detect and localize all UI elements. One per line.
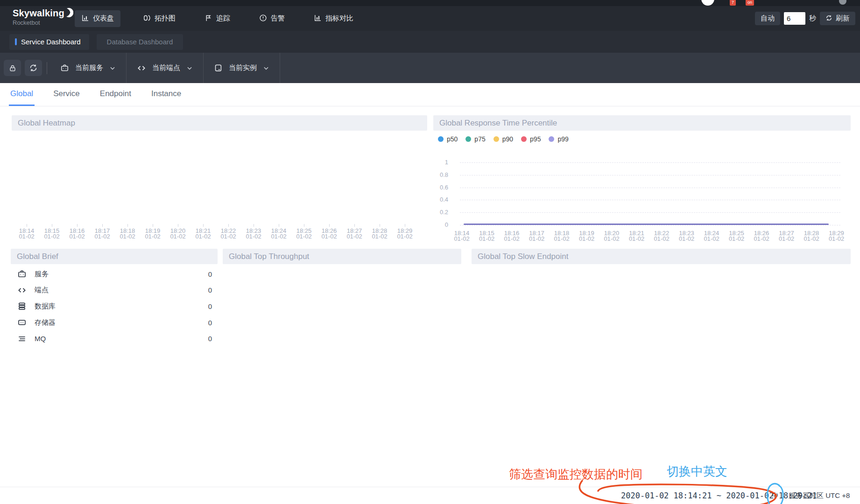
tab-service[interactable]: Service — [52, 83, 81, 106]
slow-endpoint-panel-title: Global Top Slow Endpoint — [472, 249, 851, 264]
refresh-interval-input[interactable] — [784, 12, 805, 25]
nav-item-topology[interactable]: 拓扑图 — [136, 10, 182, 27]
trace-flag-icon — [204, 14, 212, 23]
legend-dot — [465, 136, 471, 142]
y-axis-label: 0.4 — [434, 196, 448, 203]
gridline — [460, 162, 840, 163]
chevron-down-icon — [263, 65, 269, 71]
y-axis-label: 0.2 — [434, 209, 448, 216]
language-toggle[interactable]: 中 — [772, 491, 779, 500]
reload-icon — [29, 63, 38, 72]
brief-label: 服务 — [35, 270, 49, 279]
toolbar-divider — [47, 62, 47, 74]
tab-database-dashboard[interactable]: Database Dashboard — [97, 34, 183, 50]
nav-item-label: 告警 — [271, 14, 285, 23]
browser-avatar[interactable] — [701, 0, 714, 6]
footer-bar: 2020-01-02 18:14:21 ~ 2020-01-02 18:29:2… — [0, 487, 860, 504]
nav-item-label: 指标对比 — [325, 14, 353, 23]
brief-panel-title: Global Brief — [11, 249, 218, 264]
legend-item-p50[interactable]: p50 — [438, 135, 458, 143]
tab-global[interactable]: Global — [9, 83, 35, 106]
legend-item-p95[interactable]: p95 — [521, 135, 541, 143]
legend-dot — [549, 136, 554, 142]
x-axis-label: 18:1901-02 — [574, 231, 599, 242]
storage-card-icon — [17, 318, 27, 327]
tab-instance[interactable]: Instance — [150, 83, 183, 106]
top-navbar: Skywalking Rocketbot 仪表盘 拓扑图 追踪 告警 指 — [0, 6, 860, 31]
legend-item-p99[interactable]: p99 — [549, 135, 568, 143]
x-axis-label: 18:1701-02 — [524, 231, 550, 242]
x-axis-label: 18:1501-02 — [474, 231, 500, 242]
tab-endpoint[interactable]: Endpoint — [99, 83, 133, 106]
x-axis-label: 18:1401-02 — [449, 231, 474, 242]
chevron-down-icon — [109, 65, 116, 71]
browser-menu-icon[interactable] — [839, 0, 846, 5]
main-nav: 仪表盘 拓扑图 追踪 告警 指标对比 — [75, 6, 360, 31]
brief-value: 0 — [208, 270, 212, 278]
legend-item-p75[interactable]: p75 — [465, 135, 485, 143]
endpoint-code-icon — [137, 63, 146, 73]
browser-chrome-strip: 7 on — [0, 0, 860, 6]
global-brief-list: 服务 0 端点 0 数据库 0 存储器 0 MQ 0 — [11, 266, 218, 347]
service-briefcase-icon — [60, 63, 69, 72]
brief-row-cache: 存储器 0 — [11, 315, 218, 331]
dashboard-tabs: Service Dashboard Database Dashboard — [0, 31, 860, 53]
timezone-label: 服务器时区 UTC +8 — [789, 491, 850, 500]
brief-label: MQ — [35, 335, 46, 343]
dash-tab-label: Service Dashboard — [21, 38, 81, 46]
legend-dot — [493, 136, 499, 142]
percentile-x-axis: 18:1401-0218:1501-0218:1601-0218:1701-02… — [0, 231, 860, 245]
extension-badge-count: 7 — [730, 0, 736, 6]
mq-queue-icon — [17, 334, 27, 343]
gridline — [460, 175, 840, 175]
view-tabs: Global Service Endpoint Instance — [0, 83, 860, 106]
legend-label: p75 — [474, 135, 485, 143]
brief-value: 0 — [208, 302, 212, 310]
lock-button[interactable] — [4, 60, 21, 76]
logo-title: Skywalking — [13, 8, 64, 19]
x-axis-label: 18:2201-02 — [649, 231, 674, 242]
brief-value: 0 — [208, 335, 212, 343]
x-axis-label: 18:2501-02 — [724, 231, 749, 242]
nav-item-dashboard[interactable]: 仪表盘 — [75, 10, 120, 27]
selector-label: 当前实例 — [229, 63, 257, 72]
y-axis-label: 0.8 — [434, 171, 448, 178]
chevron-down-icon — [186, 65, 193, 71]
brief-row-endpoint: 端点 0 — [11, 282, 218, 299]
skywalking-logo: Skywalking Rocketbot — [13, 8, 73, 26]
extension-badge-on: on — [746, 0, 754, 6]
gridline — [460, 225, 840, 225]
alarm-icon — [259, 14, 267, 23]
selector-label: 当前服务 — [75, 63, 103, 72]
nav-item-alarm[interactable]: 告警 — [253, 10, 291, 27]
brief-label: 端点 — [35, 286, 49, 294]
auto-refresh-button[interactable]: 自动 — [755, 12, 780, 25]
lock-icon — [8, 64, 17, 72]
percentile-legend: p50p75p90p95p99 — [438, 135, 569, 143]
current-endpoint-selector[interactable]: 当前端点 — [127, 53, 204, 83]
tab-service-dashboard[interactable]: Service Dashboard — [9, 34, 89, 50]
current-service-selector[interactable]: 当前服务 — [50, 53, 127, 83]
brief-value: 0 — [208, 319, 212, 327]
service-briefcase-icon — [17, 269, 27, 279]
database-icon — [17, 301, 27, 311]
gridline — [460, 212, 840, 213]
legend-item-p90[interactable]: p90 — [493, 135, 513, 143]
refresh-button[interactable]: 刷新 — [820, 12, 855, 25]
active-tab-indicator — [15, 38, 17, 45]
reload-button[interactable] — [25, 60, 42, 76]
current-instance-selector[interactable]: 当前实例 — [204, 53, 280, 83]
percentile-zero-value-line — [464, 224, 829, 225]
brief-row-database: 数据库 0 — [11, 298, 218, 315]
dash-tab-label: Database Dashboard — [107, 38, 173, 46]
x-axis-label: 18:2301-02 — [674, 231, 699, 242]
gridline — [460, 200, 840, 200]
heatmap-panel-title: Global Heatmap — [12, 115, 427, 131]
nav-item-label: 追踪 — [216, 14, 230, 23]
legend-label: p50 — [447, 135, 458, 143]
time-range-picker[interactable]: 2020-01-02 18:14:21 ~ 2020-01-02 18:29:2… — [621, 491, 817, 500]
x-axis-label: 18:2401-02 — [699, 231, 724, 242]
interval-unit-label: 秒 — [809, 14, 816, 23]
nav-item-metric-compare[interactable]: 指标对比 — [307, 10, 360, 27]
nav-item-trace[interactable]: 追踪 — [198, 10, 237, 27]
